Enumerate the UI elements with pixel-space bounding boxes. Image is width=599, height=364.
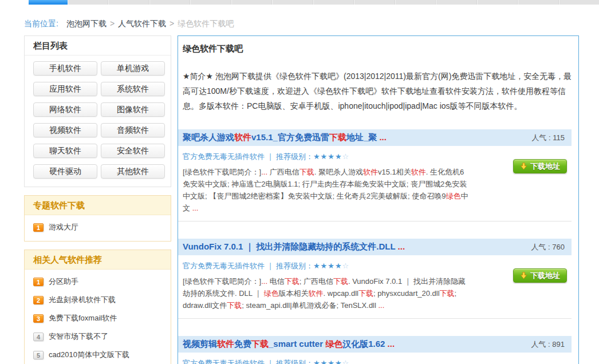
list-item-label: 免费下载foxmail软件 <box>49 313 117 323</box>
breadcrumb-separator: > <box>110 19 115 28</box>
list-item[interactable]: 1分区助手 <box>33 272 164 291</box>
sidebar: 栏目列表 手机软件单机游戏应用软件系统软件网络软件图像软件视频软件音频软件聊天软… <box>24 35 171 364</box>
entry-title-link[interactable]: 视频剪辑软件免费下载_smart cutter 绿色汉化版1.62 ... <box>183 339 525 350</box>
category-button[interactable]: 网络软件 <box>33 102 97 117</box>
rank-badge: 1 <box>33 278 44 286</box>
list-item[interactable]: 5cad2010简体中文版下载 <box>33 346 164 364</box>
download-arrow-icon <box>520 163 527 170</box>
category-button[interactable]: 聊天软件 <box>33 144 97 158</box>
entry-title-link[interactable]: 聚吧杀人游戏软件v15.1_官方免费迅雷下载地址_聚 ... <box>183 132 526 143</box>
rank-badge: 2 <box>33 296 44 304</box>
category-button[interactable]: 硬件驱动 <box>33 164 97 179</box>
list-item-label: 分区助手 <box>49 276 78 287</box>
rank-badge: 3 <box>33 314 44 323</box>
entry-description: [绿色软件下载吧简介：]... 电信下载; 广西电信下载. VundoFix 7… <box>183 275 469 311</box>
download-button[interactable]: 下载地址 <box>513 268 567 283</box>
rank-badge: 4 <box>33 333 44 341</box>
entry-title-link[interactable]: VundoFix 7.0.1 ｜ 找出并清除隐藏劫持的系统文件.DLL ... <box>183 242 525 252</box>
related-software-list: 1分区助手2光盘刻录机软件下载3免费下载foxmail软件4安智市场下载不了5c… <box>25 270 171 364</box>
list-item[interactable]: 1游戏大厅 <box>33 218 164 236</box>
entry-title-bar: 聚吧杀人游戏软件v15.1_官方免费迅雷下载地址_聚 ... 人气 : 115 <box>178 129 572 146</box>
rank-badge: 5 <box>33 351 44 359</box>
category-panel-title: 栏目列表 <box>25 36 171 56</box>
category-button[interactable]: 系统软件 <box>101 82 165 96</box>
list-item-label: 游戏大厅 <box>49 222 78 232</box>
download-entry: 视频剪辑软件免费下载_smart cutter 绿色汉化版1.62 ... 人气… <box>178 336 572 364</box>
category-button[interactable]: 视频软件 <box>33 123 97 137</box>
category-button[interactable]: 单机游戏 <box>101 61 165 76</box>
intro-text: ★简介★ 泡泡网下载提供《绿色软件下载吧》(2013|2012|2011)最新官… <box>183 69 573 113</box>
nav-tab[interactable] <box>68 0 108 5</box>
rank-badge: 1 <box>33 223 44 232</box>
main-panel: 绿色软件下载吧 ★简介★ 泡泡网下载提供《绿色软件下载吧》(2013|2012|… <box>178 35 579 364</box>
special-downloads-panel: 专题软件下载 1游戏大厅 <box>24 195 171 242</box>
special-downloads-list: 1游戏大厅 <box>25 215 171 241</box>
nav-tab-active[interactable] <box>29 0 68 5</box>
star-rating-filled: ★★★★ <box>313 262 342 270</box>
list-item[interactable]: 2光盘刻录机软件下载 <box>33 291 164 309</box>
special-downloads-title: 专题软件下载 <box>25 196 171 215</box>
download-entry: 聚吧杀人游戏软件v15.1_官方免费迅雷下载地址_聚 ... 人气 : 115 … <box>178 129 572 221</box>
download-button-label: 下载地址 <box>530 161 560 172</box>
related-software-panel: 相关人气软件推荐 1分区助手2光盘刻录机软件下载3免费下载foxmail软件4安… <box>24 250 171 364</box>
entry-meta-label: 官方免费无毒无插件软件 ｜ 推荐级别： <box>183 262 313 270</box>
category-grid: 手机软件单机游戏应用软件系统软件网络软件图像软件视频软件音频软件聊天软件安全软件… <box>25 56 171 187</box>
nav-tab[interactable] <box>518 0 558 5</box>
entry-title-bar: VundoFix 7.0.1 ｜ 找出并清除隐藏劫持的系统文件.DLL ... … <box>178 239 572 255</box>
nav-tab[interactable] <box>149 0 190 5</box>
star-rating-empty: ☆ <box>342 359 349 364</box>
download-button-label: 下载地址 <box>530 271 560 281</box>
download-button[interactable]: 下载地址 <box>513 159 567 173</box>
breadcrumb-label: 当前位置: <box>24 19 58 28</box>
nav-tab[interactable] <box>231 0 272 5</box>
nav-tab[interactable] <box>395 0 436 5</box>
entry-popularity: 人气 : 115 <box>531 133 565 143</box>
star-rating-filled: ★★★★ <box>313 152 342 161</box>
download-arrow-icon <box>520 272 527 279</box>
category-button[interactable]: 手机软件 <box>33 61 97 76</box>
entry-meta-label: 官方免费无毒无插件软件 ｜ 推荐级别： <box>183 152 313 161</box>
breadcrumb-current-page: 绿色软件下载吧 <box>178 19 234 28</box>
star-rating-empty: ☆ <box>342 262 349 270</box>
nav-tab[interactable] <box>354 0 395 5</box>
nav-tab[interactable] <box>313 0 354 5</box>
list-item-label: cad2010简体中文版下载 <box>49 350 129 360</box>
category-button[interactable]: 应用软件 <box>33 82 97 96</box>
breadcrumb-link-home[interactable]: 泡泡网下载 <box>66 19 107 28</box>
breadcrumb: 当前位置:泡泡网下载>人气软件下载>绿色软件下载吧 <box>24 18 234 29</box>
nav-tab[interactable] <box>559 0 599 5</box>
nav-tab[interactable] <box>190 0 231 5</box>
list-item[interactable]: 4安智市场下载不了 <box>33 327 164 346</box>
entry-meta-label: 官方免费无毒无插件软件 ｜ 推荐级别： <box>183 359 313 364</box>
entry-meta: 官方免费无毒无插件软件 ｜ 推荐级别：★★★★☆ <box>183 358 572 364</box>
entry-description: [绿色软件下载吧简介：]... 广西电信下载. 聚吧杀人游戏软件v15.1相关软… <box>183 166 469 214</box>
nav-tab[interactable] <box>436 0 476 5</box>
category-panel: 栏目列表 手机软件单机游戏应用软件系统软件网络软件图像软件视频软件音频软件聊天软… <box>24 35 171 187</box>
download-entry: VundoFix 7.0.1 ｜ 找出并清除隐藏劫持的系统文件.DLL ... … <box>178 239 572 319</box>
list-item[interactable]: 3免费下载foxmail软件 <box>33 309 164 327</box>
category-button[interactable]: 安全软件 <box>101 144 165 158</box>
breadcrumb-separator: > <box>170 19 174 28</box>
nav-tab[interactable] <box>108 0 149 5</box>
breadcrumb-link-category[interactable]: 人气软件下载 <box>118 19 166 28</box>
nav-tab[interactable] <box>477 0 518 5</box>
list-item-label: 光盘刻录机软件下载 <box>49 295 116 305</box>
nav-tab[interactable] <box>272 0 313 5</box>
entry-list: 聚吧杀人游戏软件v15.1_官方免费迅雷下载地址_聚 ... 人气 : 115 … <box>178 129 578 364</box>
category-button[interactable]: 图像软件 <box>101 102 165 117</box>
category-button[interactable]: 其他软件 <box>101 164 165 179</box>
category-button[interactable]: 音频软件 <box>101 123 165 137</box>
entry-popularity: 人气 : 760 <box>531 242 565 252</box>
related-software-title: 相关人气软件推荐 <box>25 250 171 270</box>
entry-title-bar: 视频剪辑软件免费下载_smart cutter 绿色汉化版1.62 ... 人气… <box>178 336 572 353</box>
entry-popularity: 人气 : 891 <box>531 339 565 350</box>
top-nav-bar <box>29 0 599 5</box>
star-rating-filled: ★★★★ <box>313 359 342 364</box>
star-rating-empty: ☆ <box>342 152 349 161</box>
page-title: 绿色软件下载吧 <box>178 36 578 54</box>
list-item-label: 安智市场下载不了 <box>49 331 108 342</box>
